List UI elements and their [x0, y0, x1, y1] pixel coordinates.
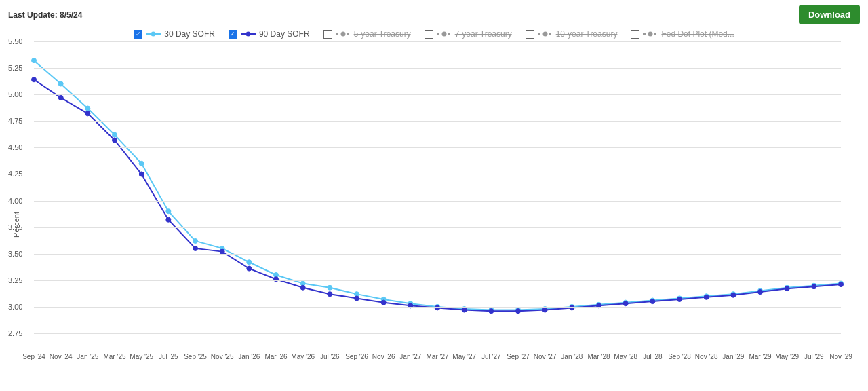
legend-item-7yr-treasury[interactable]: 7-year Treasury [425, 29, 512, 39]
legend-line-5yr-treasury [336, 33, 351, 35]
svg-point-60 [812, 284, 816, 289]
svg-point-39 [247, 266, 252, 271]
y-label-5.50: 5.50 [8, 37, 22, 45]
x-label-20: Jan '28 [561, 353, 583, 360]
legend-item-5yr-treasury[interactable]: 5-year Treasury [323, 29, 411, 39]
x-label-21: Mar '28 [587, 353, 610, 360]
legend-label-fed-dot-plot: Fed Dot Plot (Mod... [661, 29, 734, 39]
legend-label-7yr-treasury: 7-year Treasury [455, 29, 512, 39]
y-label-5.25: 5.25 [8, 64, 22, 72]
svg-point-1 [58, 81, 63, 86]
x-label-16: May '27 [452, 353, 476, 360]
svg-point-61 [839, 282, 844, 287]
svg-point-53 [623, 301, 628, 306]
svg-point-42 [328, 292, 332, 297]
chart-area: Percent 5.505.255.004.754.504.254.003.75… [0, 41, 868, 374]
svg-point-2 [85, 106, 90, 111]
x-label-0: Sep '24 [22, 353, 45, 360]
svg-point-11 [328, 285, 332, 290]
x-label-3: Mar '25 [103, 353, 125, 360]
legend-line-fed-dot-plot [643, 33, 658, 35]
svg-point-55 [677, 297, 682, 301]
legend-checkbox-30day-sofr[interactable] [134, 30, 142, 39]
legend-checkbox-10yr-treasury[interactable] [526, 30, 534, 39]
x-label-17: Jul '27 [481, 353, 501, 360]
x-label-19: Nov '27 [534, 353, 557, 360]
svg-point-31 [32, 77, 37, 82]
svg-point-47 [462, 308, 467, 312]
legend-checkbox-90day-sofr[interactable] [229, 30, 237, 39]
x-label-4: May '25 [130, 353, 153, 360]
x-label-15: Mar '27 [426, 353, 448, 360]
chart-svg [34, 41, 841, 333]
x-label-2: Jan '25 [77, 353, 98, 360]
y-label-5.00: 5.00 [8, 90, 22, 98]
legend-line-7yr-treasury [437, 33, 452, 35]
y-label-3.50: 3.50 [8, 250, 22, 258]
svg-point-36 [166, 217, 171, 222]
x-label-25: Nov '28 [695, 353, 718, 360]
x-label-24: Sep '28 [668, 353, 691, 360]
legend-checkbox-7yr-treasury[interactable] [425, 30, 433, 39]
legend-item-fed-dot-plot[interactable]: Fed Dot Plot (Mod... [631, 29, 734, 39]
x-label-28: May '29 [775, 353, 799, 360]
svg-point-54 [650, 299, 655, 304]
svg-point-6 [193, 238, 198, 243]
x-label-27: Mar '29 [749, 353, 771, 360]
download-button[interactable]: Download [799, 5, 860, 24]
svg-point-33 [85, 111, 90, 116]
x-label-22: May '28 [614, 353, 637, 360]
x-label-9: Mar '26 [264, 353, 287, 360]
x-label-7: Nov '25 [211, 353, 234, 360]
legend-item-90day-sofr[interactable]: 90 Day SOFR [229, 29, 310, 39]
legend-label-5yr-treasury: 5-year Treasury [354, 29, 411, 39]
x-label-12: Sep '26 [345, 353, 368, 360]
legend-label-10yr-treasury: 10-year Treasury [556, 29, 618, 39]
svg-point-48 [489, 309, 494, 314]
y-label-3.75: 3.75 [8, 223, 22, 231]
svg-point-56 [704, 295, 709, 299]
legend-checkbox-5yr-treasury[interactable] [323, 30, 332, 39]
chart-legend: 30 Day SOFR 90 Day SOFR 5-year Treasury … [0, 26, 868, 41]
svg-point-57 [731, 293, 736, 297]
svg-point-50 [542, 308, 547, 312]
x-label-10: May '26 [291, 353, 315, 360]
svg-point-58 [758, 290, 763, 295]
legend-line-30day-sofr [146, 33, 161, 35]
svg-point-3 [113, 132, 117, 137]
x-label-29: Jul '29 [804, 353, 824, 360]
svg-point-59 [785, 286, 789, 291]
y-label-3.00: 3.00 [8, 303, 22, 311]
svg-point-43 [355, 296, 359, 301]
y-label-3.25: 3.25 [8, 276, 22, 284]
x-label-6: Sep '25 [184, 353, 207, 360]
svg-point-5 [166, 209, 171, 214]
svg-point-41 [300, 285, 305, 290]
legend-line-10yr-treasury [538, 33, 553, 35]
svg-point-8 [247, 260, 252, 265]
svg-point-44 [381, 300, 386, 305]
y-label-4.50: 4.50 [8, 143, 22, 151]
x-label-14: Jan '27 [399, 353, 421, 360]
chart-container: 5.505.255.004.754.504.254.003.753.503.25… [34, 41, 841, 333]
x-label-26: Jan '29 [722, 353, 744, 360]
y-label-4.25: 4.25 [8, 170, 22, 178]
legend-line-90day-sofr [241, 33, 256, 35]
x-label-18: Sep '27 [507, 353, 530, 360]
legend-label-90day-sofr: 90 Day SOFR [259, 29, 310, 39]
legend-item-30day-sofr[interactable]: 30 Day SOFR [134, 29, 215, 39]
x-label-30: Nov '29 [829, 353, 852, 360]
legend-label-30day-sofr: 30 Day SOFR [164, 29, 215, 39]
x-label-23: Jul '28 [643, 353, 663, 360]
svg-point-4 [139, 161, 144, 166]
legend-checkbox-fed-dot-plot[interactable] [631, 30, 639, 39]
legend-item-10yr-treasury[interactable]: 10-year Treasury [526, 29, 618, 39]
y-label-4.00: 4.00 [8, 197, 22, 205]
x-label-5: Jul '25 [159, 353, 178, 360]
svg-point-0 [32, 58, 37, 63]
svg-point-32 [58, 95, 63, 100]
svg-point-37 [193, 246, 198, 250]
x-label-11: Jul '26 [320, 353, 340, 360]
svg-point-49 [516, 309, 521, 314]
x-label-8: Jan '26 [238, 353, 260, 360]
